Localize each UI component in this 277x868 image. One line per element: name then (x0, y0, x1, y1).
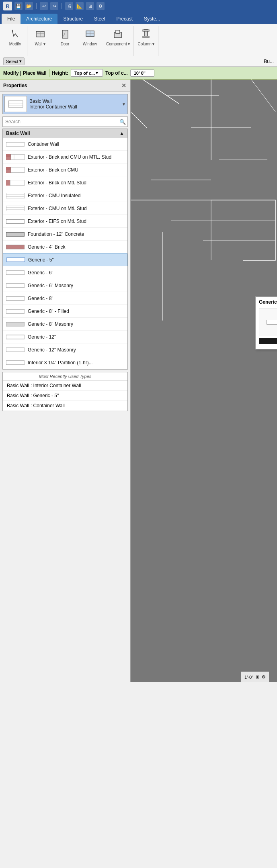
window-label: Window (83, 42, 97, 46)
save-icon[interactable]: 💾 (14, 2, 23, 10)
recently-used-section: Most Recently Used Types Basic Wall : In… (0, 372, 130, 411)
wall-type-name-generic-6-masonry: Generic - 6" Masonry (28, 283, 73, 288)
svg-rect-46 (6, 361, 25, 365)
properties-panel: Properties ✕ Basic Wall Interior Contain… (0, 80, 131, 682)
component-tool-icon[interactable] (111, 27, 125, 41)
svg-rect-29 (6, 193, 25, 198)
ribbon-group-modify: Modify (3, 26, 27, 56)
settings-icon[interactable]: ⚙ (96, 2, 105, 10)
wall-icon-ext-eifs-stud (6, 218, 25, 225)
wall-type-item-ext-cmu-ins[interactable]: Exterior - CMU Insulated (3, 189, 127, 202)
wall-type-item-generic-8-masonry[interactable]: Generic - 8" Masonry (3, 318, 127, 331)
search-input[interactable] (3, 119, 118, 125)
scale-bar: 1'-0" ⊞ ⚙ (241, 672, 269, 682)
select-button[interactable]: Select▾ (3, 57, 25, 65)
print-icon[interactable]: 🖨 (65, 2, 73, 10)
wall-type-item-ext-eifs-stud[interactable]: Exterior - EIFS on Mtl. Stud (3, 215, 127, 228)
wall-type-name-generic-12-masonry: Generic - 12" Masonry (28, 347, 76, 353)
svg-rect-32 (6, 206, 25, 211)
wall-type-item-generic-6[interactable]: Generic - 6" (3, 266, 127, 279)
tab-steel[interactable]: Steel (88, 14, 111, 24)
tab-precast[interactable]: Precast (111, 14, 138, 24)
wall-type-item-generic-5[interactable]: Generic - 5" (3, 253, 127, 266)
ribbon-group-window: Window (78, 26, 102, 56)
tab-systems[interactable]: Syste... (138, 14, 166, 24)
height-dropdown[interactable]: Top of c...▾ (71, 69, 103, 77)
wall-type-item-generic-4-brick[interactable]: Generic - 4" Brick (3, 241, 127, 253)
door-tool-icon[interactable] (58, 27, 72, 41)
tab-file[interactable]: File (2, 14, 21, 24)
svg-line-47 (143, 80, 179, 104)
search-icon[interactable]: 🔍 (118, 117, 127, 127)
wall-type-name-ext-brick-cmu: Exterior - Brick and CMU on MTL. Stud (28, 154, 111, 160)
svg-rect-39 (6, 271, 25, 275)
revit-logo[interactable]: R (3, 2, 12, 10)
wall-type-item-container-wall[interactable]: Container Wall (3, 138, 127, 151)
redo-icon[interactable]: ↪ (50, 2, 58, 10)
svg-rect-44 (6, 335, 25, 339)
type-selector[interactable]: Basic Wall Interior Container Wall ▼ (2, 94, 128, 114)
grid-icon[interactable]: ⊞ (256, 674, 259, 680)
wall-type-name-ext-eifs-stud: Exterior - EIFS on Mtl. Stud (28, 219, 86, 224)
window-tool-icon[interactable] (83, 27, 97, 41)
wall-type-item-generic-8[interactable]: Generic - 8" (3, 292, 127, 305)
wall-icon-generic-6-masonry (6, 282, 25, 289)
view-settings-icon[interactable]: ⚙ (262, 674, 266, 680)
wall-type-item-ext-cmu-stud[interactable]: Exterior - CMU on Mtl. Stud (3, 202, 127, 215)
wall-type-item-foundation[interactable]: Foundation - 12" Concrete (3, 228, 127, 241)
align-icon[interactable]: ⊞ (86, 2, 94, 10)
recently-used-item-0[interactable]: Basic Wall : Interior Container Wall (3, 381, 127, 391)
wall-tool-icon[interactable] (33, 27, 47, 41)
svg-marker-0 (12, 30, 13, 32)
wall-type-item-ext-brick-cmu[interactable]: Exterior - Brick and CMU on MTL. Stud (3, 151, 127, 163)
wall-type-item-generic-12-masonry[interactable]: Generic - 12" Masonry (3, 343, 127, 356)
svg-rect-45 (6, 348, 25, 352)
open-icon[interactable]: 📂 (25, 2, 33, 10)
wall-type-item-ext-brick-cmu2[interactable]: Exterior - Brick on CMU (3, 163, 127, 176)
type-preview-lines (8, 99, 24, 109)
wall-type-item-generic-6-masonry[interactable]: Generic - 6" Masonry (3, 279, 127, 292)
component-label: Component▾ (106, 42, 130, 46)
modify-sep (49, 69, 49, 77)
undo-icon[interactable]: ↩ (40, 2, 48, 10)
main-content: Properties ✕ Basic Wall Interior Contain… (0, 80, 277, 682)
type-dropdown-arrow[interactable]: ▼ (122, 102, 126, 106)
wall-type-name-generic-5: Generic - 5" (28, 257, 54, 263)
recently-used-item-2[interactable]: Basic Wall : Container Wall (3, 401, 127, 411)
height-label: Height: (52, 70, 68, 76)
tooltip-title: Generic - 5" (256, 297, 277, 306)
wall-type-item-interior-more[interactable]: Interior 3 1/4" Partition (1-hr)... (3, 356, 127, 369)
properties-title: Properties (3, 83, 27, 88)
measure-icon[interactable]: 📐 (76, 2, 84, 10)
wall-type-item-generic-8-filled[interactable]: Generic - 8" - Filled (3, 305, 127, 318)
wall-icon-generic-12-masonry (6, 346, 25, 353)
canvas-area[interactable]: Generic - 5" 1'-0" ⊞ ⚙ (131, 80, 277, 682)
tab-architecture[interactable]: Architecture (21, 14, 57, 24)
wall-type-item-generic-12[interactable]: Generic - 12" (3, 331, 127, 343)
svg-line-57 (131, 112, 147, 128)
wall-type-name-generic-8: Generic - 8" (28, 296, 53, 301)
scroll-indicator: ▲ (119, 131, 124, 136)
wall-icon-generic-4-brick (6, 243, 25, 251)
column-tool-icon[interactable] (139, 27, 153, 41)
wall-icon-generic-8-filled (6, 308, 25, 315)
tooltip-popup: Generic - 5" (255, 296, 277, 349)
wall-type-name-generic-4-brick: Generic - 4" Brick (28, 244, 66, 250)
svg-rect-11 (143, 30, 149, 31)
wall-icon-generic-12 (6, 333, 25, 341)
wall-icon-generic-8-masonry (6, 321, 25, 328)
tab-structure[interactable]: Structure (57, 14, 88, 24)
tooltip-preview-inner (267, 320, 277, 325)
sep1 (36, 3, 37, 9)
wall-type-item-ext-brick-stud[interactable]: Exterior - Brick on Mtl. Stud (3, 176, 127, 189)
wall-icon-generic-6 (6, 269, 25, 276)
type-name: Basic Wall Interior Container Wall (29, 98, 119, 110)
svg-rect-41 (6, 296, 25, 300)
properties-close-button[interactable]: ✕ (121, 82, 127, 89)
recently-used-item-1[interactable]: Basic Wall : Generic - 5" (3, 391, 127, 401)
svg-rect-40 (6, 284, 25, 288)
svg-rect-38 (6, 258, 25, 262)
wall-type-name-interior-more: Interior 3 1/4" Partition (1-hr)... (28, 360, 93, 366)
wall-icon-ext-cmu-ins (6, 192, 25, 199)
modify-tool-icon[interactable] (8, 27, 23, 41)
